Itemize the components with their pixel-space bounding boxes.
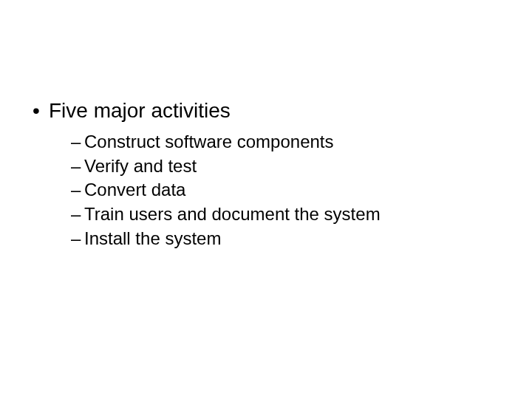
list-item: –Install the system bbox=[71, 228, 532, 250]
list-item: –Verify and test bbox=[71, 155, 532, 178]
slide: •Five major activities –Construct softwa… bbox=[0, 0, 532, 399]
list-item-text: Install the system bbox=[84, 228, 221, 248]
list-item-text: Train users and document the system bbox=[84, 204, 381, 224]
list-item: –Convert data bbox=[71, 179, 532, 202]
disc-bullet-icon: • bbox=[33, 98, 49, 123]
dash-bullet-icon: – bbox=[71, 228, 84, 250]
level2-list: –Construct software components –Verify a… bbox=[33, 131, 532, 250]
level1-text: Five major activities bbox=[49, 99, 231, 122]
dash-bullet-icon: – bbox=[71, 179, 84, 202]
dash-bullet-icon: – bbox=[71, 155, 84, 178]
dash-bullet-icon: – bbox=[71, 131, 84, 154]
list-item: –Train users and document the system bbox=[71, 203, 532, 226]
list-item: –Construct software components bbox=[71, 131, 532, 154]
dash-bullet-icon: – bbox=[71, 203, 84, 226]
bullet-level1: •Five major activities bbox=[33, 98, 532, 123]
list-item-text: Construct software components bbox=[84, 132, 334, 151]
list-item-text: Convert data bbox=[84, 180, 185, 200]
list-item-text: Verify and test bbox=[84, 156, 197, 176]
